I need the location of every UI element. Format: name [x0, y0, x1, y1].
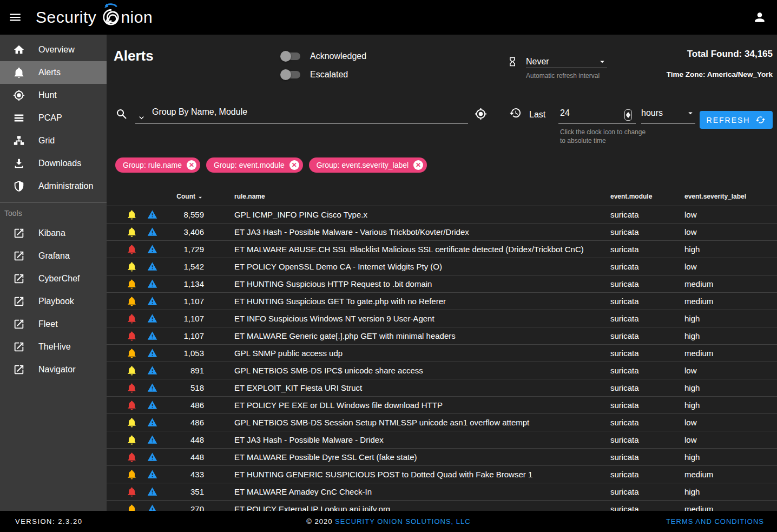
time-unit-select[interactable]: hours — [641, 108, 695, 118]
table-row[interactable]: 1,729 ET MALWARE ABUSE.CH SSL Blacklist … — [107, 241, 777, 258]
alert-triangle-icon[interactable] — [141, 331, 163, 341]
alert-rule-name[interactable]: ET MALWARE Generic gate[.].php GET with … — [204, 331, 610, 340]
alert-severity[interactable]: low — [684, 262, 777, 271]
table-row[interactable]: 448 ET MALWARE Possible Dyre SSL Cert (f… — [107, 449, 777, 466]
alert-rule-name[interactable]: GPL SNMP public access udp — [204, 349, 610, 358]
alert-severity[interactable]: high — [684, 331, 777, 340]
alert-triangle-icon[interactable] — [141, 296, 163, 306]
alert-rule-name[interactable]: GPL NETBIOS SMB-DS Session Setup NTMLSSP… — [204, 418, 610, 427]
alert-triangle-icon[interactable] — [141, 279, 163, 289]
refresh-interval-select[interactable]: Never Automatic refresh interval — [526, 55, 607, 80]
time-range-value-input[interactable] — [560, 108, 617, 118]
chip-group-event-module[interactable]: Group: event.module ✕ — [206, 157, 303, 173]
alert-module[interactable]: suricata — [610, 314, 684, 323]
alert-rule-name[interactable]: ET JA3 Hash - Possible Malware - Dridex — [204, 435, 610, 444]
alert-module[interactable]: suricata — [610, 349, 684, 358]
severity-bell-icon[interactable] — [122, 435, 141, 445]
sidebar-item-pcap[interactable]: PCAP — [0, 107, 107, 129]
table-row[interactable]: 1,107 ET INFO Suspicious Windows NT vers… — [107, 310, 777, 327]
alert-severity[interactable]: low — [684, 366, 777, 375]
alert-rule-name[interactable]: ET JA3 Hash - Possible Malware - Various… — [204, 227, 610, 237]
alert-rule-name[interactable]: ET POLICY OpenSSL Demo CA - Internet Wid… — [204, 262, 610, 271]
table-row[interactable]: 486 ET POLICY PE EXE or DLL Windows file… — [107, 397, 777, 414]
table-row[interactable]: 1,542 ET POLICY OpenSSL Demo CA - Intern… — [107, 258, 777, 275]
alert-rule-name[interactable]: ET MALWARE Amadey CnC Check-In — [204, 487, 610, 496]
alert-module[interactable]: suricata — [610, 452, 684, 462]
number-stepper[interactable] — [624, 109, 632, 121]
sidebar-item-administration[interactable]: Administration — [0, 175, 107, 198]
severity-bell-icon[interactable] — [122, 244, 141, 254]
alert-rule-name[interactable]: ET INFO Suspicious Windows NT version 9 … — [204, 314, 610, 323]
alert-triangle-icon[interactable] — [141, 417, 163, 428]
sidebar-item-overview[interactable]: Overview — [0, 38, 107, 61]
sidebar-tool-playbook[interactable]: Playbook — [0, 290, 107, 313]
alert-module[interactable]: suricata — [610, 262, 684, 271]
table-row[interactable]: 270 ET POLICY External IP Lookup api.ipi… — [107, 501, 777, 511]
security-onion-logo[interactable]: Security nion — [36, 6, 153, 28]
table-row[interactable]: 891 GPL NETBIOS SMB-DS IPC$ unicode shar… — [107, 362, 777, 379]
severity-bell-icon[interactable] — [122, 279, 141, 289]
severity-bell-icon[interactable] — [122, 261, 141, 272]
severity-bell-icon[interactable] — [122, 348, 141, 358]
severity-bell-icon[interactable] — [122, 487, 141, 497]
alert-severity[interactable]: low — [684, 227, 777, 237]
alert-severity[interactable]: medium — [684, 279, 777, 288]
column-header-rule-name[interactable]: rule.name — [204, 193, 610, 200]
alert-severity[interactable]: high — [684, 383, 777, 392]
alert-rule-name[interactable]: GPL NETBIOS SMB-DS IPC$ unicode share ac… — [204, 366, 610, 375]
search-input[interactable] — [152, 107, 452, 117]
sidebar-tool-grafana[interactable]: Grafana — [0, 245, 107, 267]
alert-rule-name[interactable]: ET POLICY PE EXE or DLL Windows file dow… — [204, 400, 610, 410]
alert-severity[interactable]: high — [684, 487, 777, 496]
alert-triangle-icon[interactable] — [141, 469, 163, 480]
alert-module[interactable]: suricata — [610, 504, 684, 511]
alert-module[interactable]: suricata — [610, 383, 684, 392]
alert-module[interactable]: suricata — [610, 297, 684, 306]
alert-triangle-icon[interactable] — [141, 348, 163, 358]
terms-link[interactable]: TERMS AND CONDITIONS — [666, 517, 764, 526]
alert-severity[interactable]: high — [684, 245, 777, 254]
chip-close-icon[interactable]: ✕ — [413, 160, 423, 170]
sidebar-tool-cyberchef[interactable]: CyberChef — [0, 267, 107, 290]
copyright-link[interactable]: SECURITY ONION SOLUTIONS, LLC — [335, 517, 471, 526]
alert-severity[interactable]: low — [684, 210, 777, 219]
alert-triangle-icon[interactable] — [141, 227, 163, 237]
alert-module[interactable]: suricata — [610, 245, 684, 254]
severity-bell-icon[interactable] — [122, 400, 141, 410]
alert-rule-name[interactable]: GPL ICMP_INFO PING Cisco Type.x — [204, 210, 610, 219]
severity-bell-icon[interactable] — [122, 504, 141, 511]
alert-severity[interactable]: medium — [684, 297, 777, 306]
acknowledged-toggle[interactable]: Acknowledged — [282, 51, 366, 62]
table-row[interactable]: 518 ET EXPLOIT_KIT Fiesta URI Struct sur… — [107, 379, 777, 397]
alert-module[interactable]: suricata — [610, 210, 684, 219]
sidebar-tool-thehive[interactable]: TheHive — [0, 336, 107, 358]
table-row[interactable]: 1,107 ET HUNTING Suspicious GET To gate.… — [107, 293, 777, 310]
severity-bell-icon[interactable] — [122, 417, 141, 428]
severity-bell-icon[interactable] — [122, 365, 141, 376]
alert-triangle-icon[interactable] — [141, 400, 163, 410]
severity-bell-icon[interactable] — [122, 296, 141, 306]
alert-triangle-icon[interactable] — [141, 244, 163, 254]
hamburger-menu-button[interactable] — [2, 4, 28, 30]
alert-triangle-icon[interactable] — [141, 383, 163, 393]
table-row[interactable]: 1,107 ET MALWARE Generic gate[.].php GET… — [107, 327, 777, 345]
alert-rule-name[interactable]: ET MALWARE Possible Dyre SSL Cert (fake … — [204, 452, 610, 462]
severity-bell-icon[interactable] — [122, 313, 141, 324]
alert-triangle-icon[interactable] — [141, 261, 163, 272]
table-row[interactable]: 433 ET HUNTING GENERIC SUSPICIOUS POST t… — [107, 466, 777, 483]
alert-rule-name[interactable]: ET HUNTING Suspicious GET To gate.php wi… — [204, 297, 610, 306]
search-options-chevron-icon[interactable] — [137, 113, 146, 122]
table-row[interactable]: 351 ET MALWARE Amadey CnC Check-In suric… — [107, 483, 777, 501]
sidebar-item-downloads[interactable]: Downloads — [0, 152, 107, 175]
alert-module[interactable]: suricata — [610, 366, 684, 375]
alert-triangle-icon[interactable] — [141, 452, 163, 462]
alert-severity[interactable]: low — [684, 435, 777, 444]
severity-bell-icon[interactable] — [122, 209, 141, 220]
alert-rule-name[interactable]: ET HUNTING GENERIC SUSPICIOUS POST to Do… — [204, 470, 610, 479]
severity-bell-icon[interactable] — [122, 452, 141, 462]
alert-rule-name[interactable]: ET MALWARE ABUSE.CH SSL Blacklist Malici… — [204, 245, 610, 254]
severity-bell-icon[interactable] — [122, 469, 141, 480]
alert-module[interactable]: suricata — [610, 470, 684, 479]
sidebar-tool-kibana[interactable]: Kibana — [0, 222, 107, 245]
table-row[interactable]: 448 ET JA3 Hash - Possible Malware - Dri… — [107, 431, 777, 449]
